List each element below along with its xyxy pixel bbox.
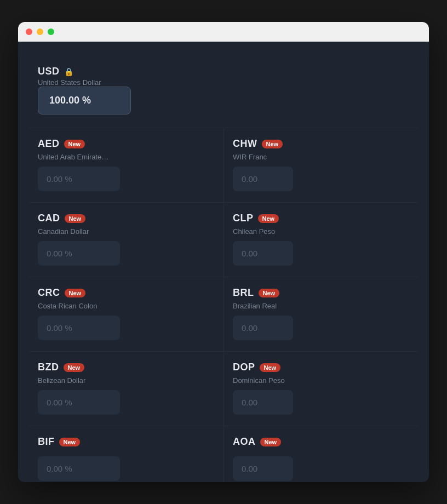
name-crc: Costa Rican Colon: [38, 302, 215, 310]
usd-row: USD 🔒 United States Dollar 100.00 %: [29, 55, 418, 128]
currency-item-chw: CHW New WIR Franc 0.00: [224, 128, 418, 202]
name-dop: Dominican Peso: [233, 376, 409, 385]
currency-item-bif: BIF New 0.00 %: [29, 426, 224, 482]
usd-name: United States Dollar: [38, 78, 409, 87]
title-bar: [18, 22, 429, 42]
currency-rows: AED New United Arab Emirate… 0.00 % CHW …: [29, 128, 418, 482]
header-chw: CHW New: [233, 138, 409, 150]
code-dop: DOP: [233, 362, 255, 373]
input-crc[interactable]: 0.00 %: [38, 316, 120, 340]
badge-aoa: New: [260, 438, 282, 446]
input-clp[interactable]: 0.00: [233, 241, 293, 266]
code-chw: CHW: [233, 138, 257, 150]
currency-row-1: CAD New Canadian Dollar 0.00 % CLP New C…: [29, 203, 418, 277]
badge-brl: New: [259, 289, 280, 297]
currency-item-aed: AED New United Arab Emirate… 0.00 %: [29, 128, 224, 202]
currency-item-brl: BRL New Brazilian Real 0.00: [224, 277, 418, 351]
currency-item-dop: DOP New Dominican Peso 0.00: [224, 352, 418, 426]
input-bif[interactable]: 0.00 %: [38, 456, 120, 481]
usd-input[interactable]: 100.00 %: [38, 87, 131, 114]
code-crc: CRC: [38, 287, 60, 299]
badge-aed: New: [64, 140, 85, 148]
currency-item-clp: CLP New Chilean Peso 0.00: [224, 203, 418, 277]
badge-bzd: New: [64, 363, 85, 372]
input-aed[interactable]: 0.00 %: [38, 167, 120, 191]
header-brl: BRL New: [233, 287, 409, 299]
currency-item-cad: CAD New Canadian Dollar 0.00 %: [29, 203, 224, 277]
currency-row-2: CRC New Costa Rican Colon 0.00 % BRL New…: [29, 277, 418, 352]
header-clp: CLP New: [233, 213, 409, 224]
name-clp: Chilean Peso: [233, 227, 409, 236]
badge-bif: New: [59, 438, 81, 446]
header-dop: DOP New: [233, 362, 409, 373]
name-cad: Canadian Dollar: [38, 227, 215, 236]
header-aoa: AOA New: [233, 436, 409, 448]
maximize-button[interactable]: [48, 28, 54, 35]
code-cad: CAD: [38, 213, 60, 224]
input-chw[interactable]: 0.00: [233, 167, 293, 191]
input-bzd[interactable]: 0.00 %: [38, 390, 120, 415]
input-dop[interactable]: 0.00: [233, 390, 293, 415]
usd-code: USD: [38, 66, 60, 77]
name-aed: United Arab Emirate…: [38, 153, 215, 161]
code-bif: BIF: [38, 436, 55, 448]
badge-chw: New: [262, 140, 283, 148]
code-brl: BRL: [233, 287, 254, 299]
close-button[interactable]: [26, 28, 32, 35]
lock-icon: 🔒: [64, 67, 73, 76]
badge-crc: New: [65, 289, 86, 297]
badge-clp: New: [258, 214, 279, 223]
name-chw: WIR Franc: [233, 153, 409, 161]
currency-item-bzd: BZD New Belizean Dollar 0.00 %: [29, 352, 224, 426]
header-bzd: BZD New: [38, 362, 215, 373]
badge-dop: New: [260, 363, 281, 372]
code-aoa: AOA: [233, 436, 256, 448]
currency-row-0: AED New United Arab Emirate… 0.00 % CHW …: [29, 128, 418, 203]
header-crc: CRC New: [38, 287, 215, 299]
usd-header: USD 🔒: [38, 66, 409, 77]
input-cad[interactable]: 0.00 %: [38, 241, 120, 266]
input-brl[interactable]: 0.00: [233, 316, 293, 340]
currency-row-3: BZD New Belizean Dollar 0.00 % DOP New D…: [29, 352, 418, 426]
app-window: USD 🔒 United States Dollar 100.00 % AED …: [18, 22, 429, 482]
currency-item-crc: CRC New Costa Rican Colon 0.00 %: [29, 277, 224, 351]
badge-cad: New: [65, 214, 86, 223]
minimize-button[interactable]: [37, 28, 43, 35]
name-bzd: Belizean Dollar: [38, 376, 215, 385]
name-brl: Brazilian Real: [233, 302, 409, 310]
code-aed: AED: [38, 138, 60, 150]
main-content: USD 🔒 United States Dollar 100.00 % AED …: [18, 42, 429, 482]
code-clp: CLP: [233, 213, 254, 224]
header-bif: BIF New: [38, 436, 215, 448]
currency-row-4: BIF New 0.00 % AOA New 0.00: [29, 426, 418, 482]
currency-item-aoa: AOA New 0.00: [224, 426, 418, 482]
code-bzd: BZD: [38, 362, 59, 373]
input-aoa[interactable]: 0.00: [233, 456, 293, 481]
header-aed: AED New: [38, 138, 215, 150]
header-cad: CAD New: [38, 213, 215, 224]
